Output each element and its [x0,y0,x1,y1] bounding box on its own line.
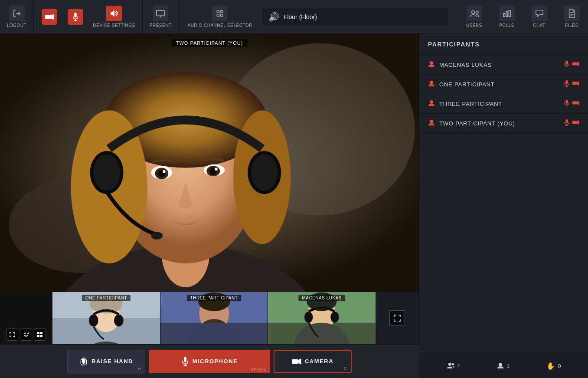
participant-actions-1 [564,61,579,69]
svg-point-85 [430,100,433,104]
participant-item[interactable]: ONE PARTICIPANT [419,75,588,94]
fullscreen-button[interactable] [389,310,405,326]
participant-mic-icon-2[interactable] [564,80,570,89]
files-icon [564,6,580,21]
svg-point-32 [93,154,120,191]
toolbar: LOGOUT [0,0,588,34]
svg-marker-90 [577,100,579,105]
raised-stat: 1 [497,362,510,371]
participants-header: PARTICIPANTS [419,34,588,55]
present-button[interactable]: PRESENT [145,0,176,33]
files-button[interactable]: FILES [555,0,588,33]
svg-point-14 [471,11,474,14]
thumb-controls [6,329,46,341]
thumb-item-3[interactable]: MACENAS LUKAS [268,292,376,344]
device-settings-btn3[interactable]: DEVICE SETTINGS [88,0,140,33]
speaker-icon: 🔊 [268,12,279,22]
participant-item[interactable]: THREE PARTICIPANT [419,94,588,114]
svg-rect-83 [572,82,577,85]
device-settings-label: DEVICE SETTINGS [93,23,135,28]
svg-rect-44 [37,332,39,334]
logout-button[interactable]: LOGOUT [3,0,31,33]
thumb-expand-btn[interactable] [6,329,18,341]
svg-rect-3 [75,13,77,17]
participant-mic-icon-3[interactable] [564,100,570,108]
svg-marker-2 [51,14,54,20]
device-settings-btn1[interactable] [36,0,62,33]
participant-icon-4 [428,119,435,128]
svg-rect-86 [565,100,568,104]
participant-camera-icon-4[interactable] [572,119,579,128]
device-settings-group: DEVICE SETTINGS [34,0,143,33]
thumb-item-2[interactable]: THREE PARTICIPANT [160,292,268,344]
camera-label: CAMERA [305,358,333,365]
svg-point-34 [251,154,278,191]
files-label: FILES [565,23,578,28]
svg-point-54 [114,314,124,326]
audio-selector-icon [212,6,228,21]
total-participants-icon [447,362,454,371]
participant-list: MACENAS LUKAS [419,55,588,354]
users-button[interactable]: USERS [458,0,490,33]
audio-channel-display[interactable]: 🔊 Floor (Floor) [261,7,449,27]
thumb-shrink-btn[interactable] [20,329,32,341]
participant-mic-icon-4[interactable] [564,119,570,128]
svg-rect-11 [221,10,223,13]
svg-point-67 [331,312,339,323]
participant-name-4: TWO PARTICIPANT (YOU) [439,120,559,127]
svg-rect-47 [40,335,42,337]
users-label: USERS [466,23,482,28]
hand-count: 0 [558,363,561,369]
polls-label: POLLS [499,23,514,28]
svg-rect-17 [506,12,508,17]
raise-hand-button[interactable]: RAISE HAND H [67,350,145,373]
svg-point-79 [430,81,433,84]
thumb-item-1[interactable]: ONE PARTICIPANT [52,292,160,344]
thumb-label-2: THREE PARTICIPANT [187,295,242,301]
device-settings-btn2[interactable] [62,0,88,33]
thumb-grid-btn[interactable] [34,329,46,341]
participant-name-3: THREE PARTICIPANT [439,101,559,107]
camera-button[interactable]: CAMERA C [274,350,352,373]
svg-rect-45 [40,332,42,334]
participant-item[interactable]: TWO PARTICIPANT (YOU) [419,114,588,133]
svg-rect-46 [37,335,39,337]
svg-point-35 [151,232,163,240]
participant-item[interactable]: MACENAS LUKAS [419,55,588,75]
raise-hand-key: H [138,367,141,371]
raised-icon [497,362,504,371]
polls-button[interactable]: POLLS [490,0,523,33]
svg-marker-72 [298,358,301,364]
svg-point-39 [163,170,166,173]
chat-icon [532,6,547,21]
svg-rect-7 [157,10,164,16]
svg-rect-10 [217,10,219,13]
camera-key: C [344,366,347,371]
svg-point-97 [448,362,451,365]
chat-label: CHAT [533,23,545,28]
logout-group: LOGOUT [0,0,34,33]
microphone-icon [181,357,189,366]
chat-button[interactable]: CHAT [523,0,555,33]
mic-device-icon [68,9,83,25]
participant-actions-4 [564,119,579,128]
participant-camera-icon-3[interactable] [572,100,579,108]
svg-marker-6 [111,10,114,17]
total-count: 4 [457,363,460,369]
participant-camera-icon-1[interactable] [572,61,579,69]
svg-point-43 [215,168,218,171]
bottom-controls: RAISE HAND H MICROPHONE SPACE CAMERA [0,344,419,378]
polls-icon [499,6,515,21]
thumb-label-1: ONE PARTICIPANT [82,295,131,301]
audio-channel-label: AUDIO CHANNEL SELECTOR [187,23,252,28]
raise-hand-label: RAISE HAND [91,358,133,365]
participant-mic-icon-1[interactable] [564,61,570,69]
sidebar: PARTICIPANTS MACENAS LUKAS [419,34,588,378]
raised-count: 1 [506,363,510,369]
audio-channel-selector-icon-btn[interactable]: AUDIO CHANNEL SELECTOR [183,0,256,33]
microphone-button[interactable]: MICROPHONE SPACE [149,350,270,373]
present-group: PRESENT [143,0,179,33]
participant-camera-icon-2[interactable] [572,80,579,89]
thumb-self [0,292,52,344]
thumbnail-strip: ONE PARTICIPANT [0,292,419,344]
